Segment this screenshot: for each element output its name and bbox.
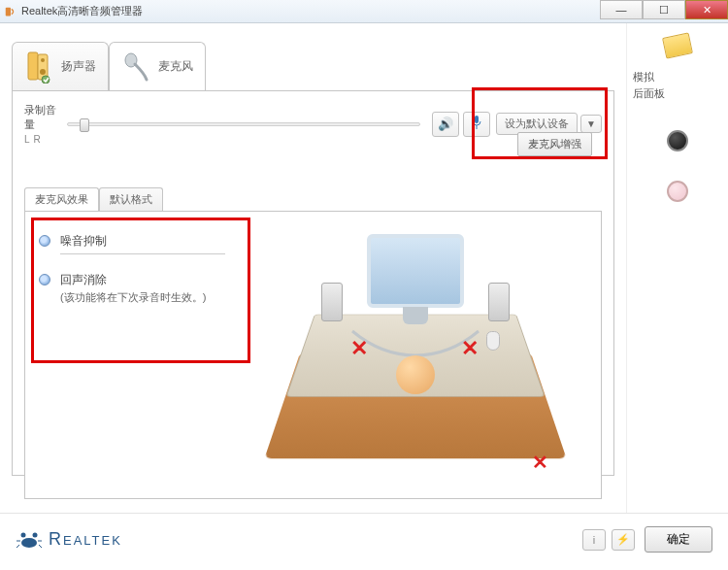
jack-pink[interactable] bbox=[667, 181, 688, 202]
window-title: Realtek高清晰音频管理器 bbox=[21, 4, 143, 18]
folder-icon[interactable] bbox=[662, 32, 693, 58]
tab-speaker-label: 扬声器 bbox=[61, 58, 96, 75]
mic-boost-button[interactable]: 麦克风增强 bbox=[517, 132, 592, 156]
analog-label: 模拟 bbox=[633, 70, 722, 84]
brand-logo: Realtek bbox=[16, 529, 122, 551]
brand-text: Realtek bbox=[49, 529, 122, 550]
channel-l: L bbox=[24, 134, 30, 145]
x-icon: ✕ bbox=[461, 336, 479, 361]
subtab-effects[interactable]: 麦克风效果 bbox=[24, 187, 99, 211]
tab-microphone-label: 麦克风 bbox=[158, 58, 193, 75]
channel-r: R bbox=[34, 134, 41, 145]
titlebar: Realtek高清晰音频管理器 — ☐ ✕ bbox=[0, 0, 728, 23]
subtab-default-format[interactable]: 默认格式 bbox=[99, 187, 163, 211]
maximize-button[interactable]: ☐ bbox=[643, 0, 685, 19]
svg-point-11 bbox=[33, 532, 38, 537]
speaker-small-icon: 🔊 bbox=[438, 117, 453, 131]
close-button[interactable]: ✕ bbox=[685, 0, 728, 19]
svg-point-9 bbox=[21, 538, 37, 548]
device-tabs: 扬声器 麦克风 bbox=[12, 37, 614, 90]
mic-panel: 录制音量 L R 🔊 设为默认设备 bbox=[12, 90, 614, 476]
x-icon: ✕ bbox=[532, 451, 548, 474]
svg-rect-0 bbox=[6, 7, 11, 16]
ok-button[interactable]: 确定 bbox=[645, 526, 712, 553]
footer: Realtek i ⚡ 确定 bbox=[0, 513, 728, 565]
jack-black[interactable] bbox=[667, 130, 688, 151]
record-volume-slider[interactable] bbox=[67, 122, 420, 126]
mute-speaker-button[interactable]: 🔊 bbox=[432, 112, 459, 137]
svg-point-4 bbox=[40, 69, 46, 75]
record-volume-label: 录制音量 bbox=[24, 103, 59, 132]
app-icon bbox=[4, 5, 17, 18]
realtek-crab-icon bbox=[16, 529, 43, 551]
sub-tabs: 麦克风效果 默认格式 bbox=[24, 187, 602, 211]
svg-rect-1 bbox=[28, 52, 38, 80]
svg-point-3 bbox=[41, 58, 45, 62]
connector-panel: 模拟 后面板 bbox=[626, 23, 728, 513]
slider-thumb[interactable] bbox=[80, 118, 89, 132]
effects-panel: 噪音抑制 回声消除 (该功能将在下次录音时生效。) bbox=[24, 211, 602, 499]
microphone-icon bbox=[121, 50, 150, 84]
tab-speaker[interactable]: 扬声器 bbox=[12, 42, 109, 90]
info-button[interactable]: i bbox=[582, 529, 606, 551]
minimize-button[interactable]: — bbox=[600, 0, 643, 19]
desk-illustration: ✕ ✕ ✕ bbox=[243, 225, 587, 485]
speaker-icon bbox=[24, 50, 53, 84]
rear-panel-label: 后面板 bbox=[633, 86, 722, 101]
highlight-options bbox=[31, 218, 250, 363]
tab-microphone[interactable]: 麦克风 bbox=[109, 42, 206, 90]
svg-point-10 bbox=[21, 532, 26, 537]
help-button[interactable]: ⚡ bbox=[612, 529, 635, 551]
x-icon: ✕ bbox=[350, 336, 368, 361]
